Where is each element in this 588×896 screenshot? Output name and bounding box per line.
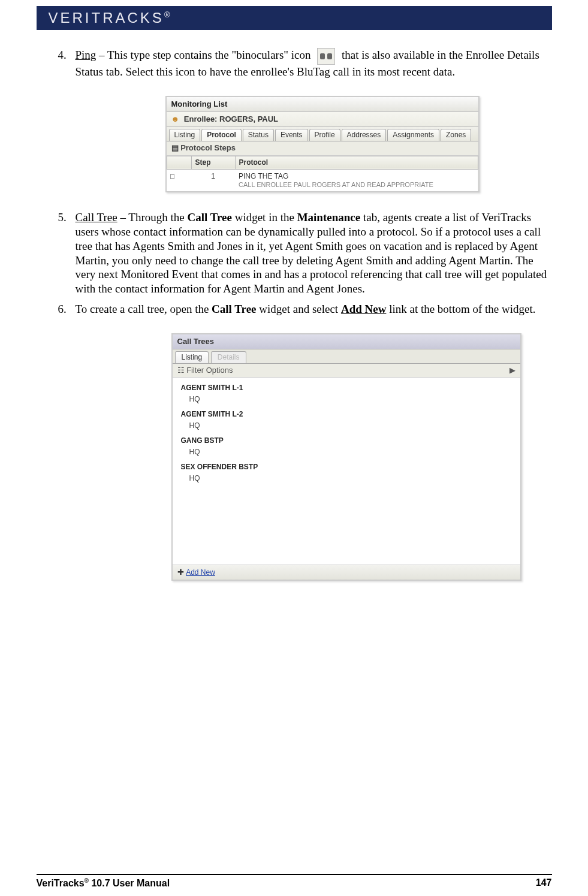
tab-events[interactable]: Events xyxy=(275,129,308,141)
list-item-loc: HQ xyxy=(173,474,520,487)
list-item-loc: HQ xyxy=(173,395,520,408)
row-sub: CALL ENROLLEE PAUL ROGERS AT AND READ AP… xyxy=(239,181,474,189)
ml-titlebar: Monitoring List xyxy=(167,97,478,112)
term-ping: Ping xyxy=(76,49,97,61)
tab-profile[interactable]: Profile xyxy=(309,129,340,141)
list-item-loc: HQ xyxy=(173,421,520,434)
i6-t2: widget and select xyxy=(257,303,341,315)
binoculars-icon xyxy=(317,48,335,65)
expand-icon[interactable]: ▶ xyxy=(509,366,515,375)
footer: VeriTracks® 10.7 User Manual 147 xyxy=(37,874,552,889)
footer-reg: ® xyxy=(85,877,89,884)
term-calltree: Call Tree xyxy=(76,211,117,224)
tab-addresses[interactable]: Addresses xyxy=(342,129,387,141)
i6-t1: To create a call tree, open the xyxy=(76,303,212,315)
list-item[interactable]: AGENT SMITH L-2 xyxy=(173,408,520,421)
tab-status[interactable]: Status xyxy=(243,129,274,141)
ct-filter-label: Filter Options xyxy=(186,366,233,375)
footer-page: 147 xyxy=(536,877,552,889)
footer-product: VeriTracks xyxy=(37,878,85,888)
list-item-loc: HQ xyxy=(173,448,520,460)
logo: VERITRACKS® xyxy=(49,10,170,26)
ml-tabs: Listing Protocol Status Events Profile A… xyxy=(167,127,478,141)
ct-tabs: Listing Details xyxy=(173,349,520,364)
filter-icon: ☷ xyxy=(177,366,185,375)
content: Ping – This type step contains the "bino… xyxy=(37,48,552,581)
list-item[interactable]: GANG BSTP xyxy=(173,434,520,448)
ct-tab-details[interactable]: Details xyxy=(211,351,246,363)
th-step: Step xyxy=(191,156,235,169)
ml-section: ▤ Protocol Steps xyxy=(167,141,478,155)
footer-manual: 10.7 User Manual xyxy=(89,878,170,888)
tab-assignments[interactable]: Assignments xyxy=(387,129,439,141)
table-row[interactable]: □ 1 PING THE TAG CALL ENROLLEE PAUL ROGE… xyxy=(167,169,478,191)
ml-enrollee-name: ROGERS, PAUL xyxy=(219,114,278,123)
list-item-6: To create a call tree, open the Call Tre… xyxy=(70,302,552,581)
i5-t1: – Through the xyxy=(117,211,188,224)
list-item-5: Call Tree – Through the Call Tree widget… xyxy=(70,210,552,296)
i5-b1: Call Tree xyxy=(188,211,232,224)
add-new-link[interactable]: Add New xyxy=(186,568,215,577)
ct-filter[interactable]: ☷ Filter Options ▶ xyxy=(173,364,520,378)
i5-b2: Maintenance xyxy=(297,211,361,224)
item4-text1: – This type step contains the "binocular… xyxy=(96,49,313,61)
footer-left: VeriTracks® 10.7 User Manual xyxy=(37,877,170,889)
th-blank xyxy=(167,156,191,169)
tab-listing[interactable]: Listing xyxy=(169,129,201,141)
i6-bu: Add New xyxy=(341,303,386,315)
tab-protocol[interactable]: Protocol xyxy=(201,129,242,141)
list-item[interactable]: AGENT SMITH L-1 xyxy=(173,381,520,395)
i5-t2: widget in the xyxy=(232,211,297,224)
row-step: 1 xyxy=(191,169,235,191)
ct-addnew-bar: ✚ Add New xyxy=(173,565,520,580)
add-icon: ✚ xyxy=(177,568,184,577)
monitoring-list-window: Monitoring List ☻ Enrollee: ROGERS, PAUL… xyxy=(165,96,480,193)
header-band: VERITRACKS® xyxy=(37,6,552,30)
logo-reg: ® xyxy=(164,10,170,19)
logo-text: VERITRACKS xyxy=(49,10,164,26)
row-title: PING THE TAG xyxy=(239,172,474,181)
ml-enrollee-row: ☻ Enrollee: ROGERS, PAUL xyxy=(167,112,478,127)
ct-list: AGENT SMITH L-1 HQ AGENT SMITH L-2 HQ GA… xyxy=(173,378,520,565)
i6-t3: link at the bottom of the widget. xyxy=(386,303,535,315)
call-trees-window: Call Trees Listing Details ☷ Filter Opti… xyxy=(171,333,521,581)
row-protocol-cell: PING THE TAG CALL ENROLLEE PAUL ROGERS A… xyxy=(235,169,478,191)
tab-zones[interactable]: Zones xyxy=(441,129,471,141)
ml-enrollee-label: Enrollee: xyxy=(184,114,219,123)
list-item-4: Ping – This type step contains the "bino… xyxy=(70,48,552,192)
list-item[interactable]: SEX OFFENDER BSTP xyxy=(173,460,520,474)
ct-tab-listing[interactable]: Listing xyxy=(175,351,209,363)
th-protocol: Protocol xyxy=(235,156,478,169)
ml-table: Step Protocol □ 1 PING THE TAG CALL ENRO… xyxy=(167,156,478,192)
protocol-steps-icon: ▤ xyxy=(171,143,179,152)
ct-titlebar: Call Trees xyxy=(173,334,520,349)
person-icon: ☻ xyxy=(171,114,180,123)
ml-section-label: Protocol Steps xyxy=(180,143,236,152)
i6-b1: Call Tree xyxy=(212,303,256,315)
row-checkbox-cell[interactable]: □ xyxy=(167,169,191,191)
